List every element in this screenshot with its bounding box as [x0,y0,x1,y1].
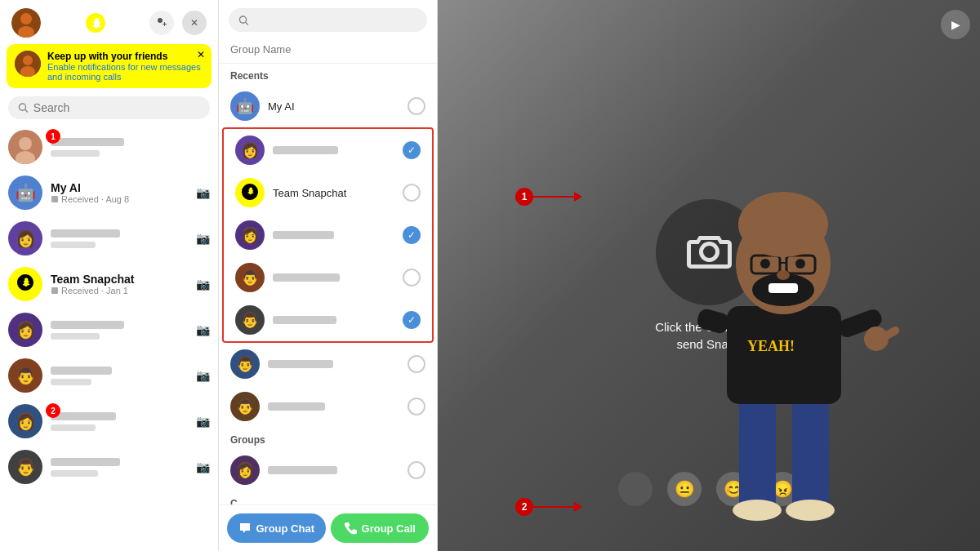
camera-icon: 📷 [196,232,210,245]
close-button[interactable]: ✕ [182,11,207,35]
svg-point-36 [777,270,790,280]
play-button[interactable]: ▶ [941,10,970,39]
chat-item-blurred-3[interactable]: 👩 📷 [0,307,218,353]
chat-info [51,138,210,157]
group-name-input[interactable] [230,43,425,56]
bitmoji-svg: YEAH! [657,143,911,551]
contact-name [273,272,394,284]
group-chat-button[interactable]: Group Chat [227,513,326,543]
contact-check[interactable] [408,398,425,415]
search-icon [18,102,29,113]
popup-search-input[interactable] [254,14,417,26]
bitmoji-character: YEAH! [653,127,915,551]
search-bar[interactable] [8,96,210,119]
grey-circle-button[interactable] [618,472,653,506]
contact-item-g1[interactable]: 👩 [219,449,437,491]
sidebar-header: ✕ [0,0,218,44]
svg-point-9 [19,137,32,150]
popup-search-icon [238,15,249,26]
contact-item-r5[interactable]: 👨 ✓ [224,299,432,341]
chat-item-blurred-2[interactable]: 👩 📷 [0,216,218,261]
notification-close-icon[interactable]: ✕ [197,49,205,60]
chat-info [51,321,188,340]
contact-item-r1[interactable]: 👩 ✓ [224,129,432,171]
svg-rect-21 [727,306,841,404]
contact-item-r7[interactable]: 👨 [219,385,437,428]
camera-icon: 📷 [196,323,210,336]
chat-item-my-ai[interactable]: 🤖 My AI Received · Aug 8 📷 [0,170,218,216]
recents-label: Recents [219,64,437,85]
contact-check[interactable]: ✓ [403,226,421,244]
snapchat-logo-icon [84,11,107,34]
user-avatar[interactable] [11,8,41,38]
contact-item-r6[interactable]: 👨 [219,343,437,385]
chat-info: Team Snapchat Received · Jan 1 [51,273,188,295]
chat-item-blurred-5[interactable]: 👩 📷 2 [0,398,218,444]
contact-avatar: 👨 [230,349,260,379]
group-name-field[interactable] [219,37,437,64]
contact-check[interactable] [408,355,425,373]
chat-info [51,229,188,248]
badge-2: 2 [46,403,60,418]
avatar: 👩 [8,313,42,347]
svg-point-32 [760,259,770,269]
sidebar: ✕ Keep up with your friends Enable notif… [0,0,219,551]
contact-avatar: 👩 [235,136,265,165]
avatar: 👨 [8,450,42,484]
contact-avatar: 👩 [230,455,260,485]
contact-avatar: 👨 [235,305,265,335]
svg-rect-18 [792,396,829,510]
contact-check[interactable] [408,461,425,479]
svg-point-19 [733,500,782,521]
notification-banner: Keep up with your friends Enable notific… [7,44,212,88]
contact-item-my-ai[interactable]: 🤖 My AI [219,85,437,127]
svg-point-4 [23,56,33,65]
contact-name: My AI [268,100,399,113]
popup-footer: Group Chat Group Call [219,504,437,551]
contact-item-r4[interactable]: 👨 [224,256,432,299]
popup-search-bar[interactable] [229,8,427,32]
group-chat-popup: Recents 🤖 My AI 👩 ✓ Team Snapchat [219,0,438,551]
svg-point-14 [239,16,246,22]
groups-label: Groups [219,428,437,449]
contact-name: Team Snapchat [273,187,394,199]
svg-rect-13 [51,287,58,294]
chat-sub: Received · Aug 8 [51,194,188,204]
camera-icon: 📷 [196,460,210,473]
camera-icon: 📷 [196,278,210,291]
chat-item-blurred-4[interactable]: 👨 📷 [0,353,218,398]
svg-rect-23 [696,307,731,335]
chat-item-blurred-1[interactable]: 1 [0,124,218,170]
chat-name: My AI [51,181,188,194]
contact-item-r3[interactable]: 👩 ✓ [224,214,432,256]
contact-check[interactable] [408,97,425,115]
phone-icon [344,522,357,535]
group-call-button[interactable]: Group Call [331,513,430,543]
svg-rect-35 [768,283,798,293]
search-input[interactable] [33,101,200,114]
selected-contacts-box: 👩 ✓ Team Snapchat 👩 ✓ 👨 [222,127,434,343]
add-friend-button[interactable] [149,11,174,35]
chat-item-blurred-6[interactable]: 👨 📷 [0,444,218,490]
annotation-arrow-1: 1 [515,188,582,206]
header-icons: ✕ [149,11,207,35]
contact-check[interactable] [403,269,421,287]
chat-info [51,458,188,477]
chat-info: My AI Received · Aug 8 [51,181,188,204]
contact-name [268,358,399,371]
svg-line-15 [246,22,248,24]
contact-check[interactable]: ✓ [403,311,421,329]
contact-check[interactable] [403,184,421,202]
contact-item-team-snapchat[interactable]: Team Snapchat [224,171,432,214]
avatar: 👩 [8,221,42,256]
chat-name: Team Snapchat [51,273,188,286]
svg-rect-17 [739,396,776,510]
contact-avatar: 👩 [235,220,265,250]
contact-name [268,401,399,413]
svg-text:YEAH!: YEAH! [747,338,795,354]
chat-item-team-snapchat[interactable]: Team Snapchat Received · Jan 1 📷 [0,261,218,307]
avatar: 👨 [8,358,42,393]
svg-point-37 [738,192,828,257]
notification-text: Keep up with your friends Enable notific… [47,51,203,82]
contact-check[interactable]: ✓ [403,141,421,159]
